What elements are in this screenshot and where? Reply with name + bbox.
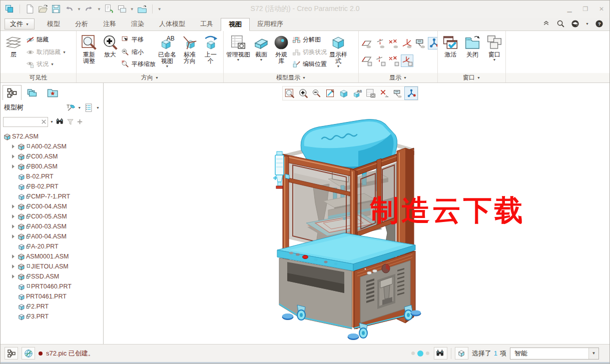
redo-icon[interactable] (84, 4, 94, 14)
tree-item[interactable]: SSD.ASM (3, 272, 103, 282)
csys-display-button[interactable] (401, 37, 413, 50)
csys-tag-button[interactable] (401, 54, 413, 67)
tab-分析[interactable]: 分析 (68, 18, 96, 30)
window-stack-icon[interactable] (117, 4, 127, 14)
tab-应用程序[interactable]: 应用程序 (250, 18, 291, 30)
tree-tools-icon[interactable] (65, 103, 75, 112)
tree-root-item[interactable]: S72.ASM (3, 132, 103, 142)
minimize-button[interactable]: ▁ (565, 6, 573, 12)
new-file-icon[interactable] (25, 4, 35, 14)
graphics-display-style-button[interactable] (337, 86, 350, 100)
tree-item[interactable]: C00.ASM (3, 152, 103, 162)
file-menu-button[interactable]: 文件 ▼ (5, 18, 35, 30)
tab-模型[interactable]: 模型 (40, 18, 68, 30)
tree-item[interactable]: PRT0461.PRT (3, 292, 103, 302)
hide-button[interactable]: 隐藏 (26, 36, 66, 44)
open-file-icon[interactable] (38, 4, 48, 14)
named-views-button[interactable]: AB 已命名 视图 ▼ (156, 32, 179, 72)
expand-arrow-icon[interactable] (12, 264, 15, 268)
appearances-button[interactable]: 外观 库 (271, 32, 291, 72)
save-icon[interactable] (51, 4, 61, 14)
tree-item[interactable]: C00-04.ASM (3, 202, 103, 212)
folder-browser-tab[interactable] (23, 85, 42, 100)
tree-settings-icon[interactable] (84, 103, 94, 112)
zoom-out-button[interactable]: 缩小 (121, 48, 156, 56)
group-label-model-display[interactable]: 模型显示▼ (224, 73, 359, 82)
spin-center-button[interactable] (428, 37, 438, 50)
favorites-tab[interactable] (43, 85, 62, 100)
find-icon[interactable] (56, 118, 65, 126)
tree-item[interactable]: A00-04.ASM (3, 232, 103, 242)
tree-item[interactable]: 3.PRT (3, 312, 103, 322)
graphics-area[interactable]: AB (104, 83, 609, 344)
windows-button[interactable]: 窗口 ▼ (483, 32, 505, 72)
collapse-ribbon-icon[interactable] (542, 20, 550, 28)
search-icon[interactable] (556, 20, 565, 28)
layers-button[interactable]: 层 (2, 32, 25, 72)
graphics-datum-display-button[interactable] (377, 86, 391, 100)
tree-item[interactable]: ASM0001.ASM (3, 252, 103, 262)
standard-orientation-button[interactable]: 标准 方向 (179, 32, 201, 72)
graphics-view-manager-button[interactable] (364, 86, 377, 100)
tree-item[interactable]: B-02.PRT (3, 172, 103, 182)
undo-icon[interactable] (64, 4, 74, 14)
expand-arrow-icon[interactable] (12, 214, 15, 218)
pan-button[interactable]: 平移 (121, 36, 156, 44)
graphics-named-views-button[interactable]: AB (350, 86, 364, 100)
browser-toggle-button[interactable] (22, 347, 35, 360)
expand-arrow-icon[interactable] (12, 274, 15, 278)
tab-人体模型[interactable]: 人体模型 (152, 18, 193, 30)
clear-search-icon[interactable] (40, 118, 48, 126)
expand-arrow-icon[interactable] (12, 254, 15, 258)
section-button[interactable]: 截面 ▼ (251, 32, 271, 72)
tree-item[interactable]: A-20.PRT (3, 242, 103, 252)
graphics-zoom-in-button[interactable] (296, 86, 310, 100)
expand-arrow-icon[interactable] (12, 204, 15, 208)
expand-arrow-icon[interactable] (12, 164, 15, 168)
tree-item[interactable]: JIETOU.ASM (3, 262, 103, 272)
toggle-navigator-button[interactable] (5, 347, 18, 360)
model-tree-tab[interactable] (3, 85, 22, 100)
expand-arrow-icon[interactable] (12, 154, 15, 158)
graphics-zoom-out-button[interactable] (310, 86, 323, 100)
axis-display-button[interactable] (374, 37, 386, 50)
tab-渲染[interactable]: 渲染 (124, 18, 152, 30)
group-label-orientation[interactable]: 方向▼ (77, 73, 224, 82)
filter-icon[interactable] (67, 118, 74, 126)
tree-item[interactable]: B00.ASM (3, 162, 103, 172)
explode-button[interactable]: 分解图 (292, 36, 327, 44)
edit-position-button[interactable]: 编辑位置 (292, 60, 327, 68)
close-file-icon[interactable] (137, 4, 147, 14)
graphics-repaint-button[interactable] (323, 86, 337, 100)
restore-button[interactable]: ❐ (581, 6, 589, 12)
display-style-button[interactable]: 显示样 式 ▼ (327, 32, 350, 72)
toggle-status-button[interactable]: 切换状况 (292, 48, 327, 56)
tree-item[interactable]: C00-05.ASM (3, 212, 103, 222)
close-button[interactable]: ✕ (597, 6, 605, 12)
tab-视图[interactable]: 视图 (221, 18, 250, 31)
customize-qat-icon[interactable]: ▼ (158, 7, 162, 12)
select-items-button[interactable] (455, 347, 468, 360)
point-tag-button[interactable] (387, 54, 400, 67)
refit-button[interactable]: 重新 调整 (78, 32, 100, 72)
selection-filter-dropdown[interactable]: 智能 ▼ (510, 348, 599, 360)
close-window-button[interactable]: 关闭 (461, 32, 483, 72)
tree-item[interactable]: B-02.PRT (3, 182, 103, 192)
tab-注释[interactable]: 注释 (96, 18, 124, 30)
unhide-button[interactable]: 取消隐藏 ▼ (26, 48, 66, 56)
tree-item[interactable]: A00-02.ASM (3, 142, 103, 152)
help-icon[interactable]: ? (595, 20, 603, 28)
tree-item[interactable]: 2.PRT (3, 302, 103, 312)
annotation-display-button[interactable] (414, 37, 427, 50)
group-label-show[interactable]: 显示▼ (359, 73, 438, 82)
tree-item[interactable]: A00-03.ASM (3, 222, 103, 232)
axis-tag-button[interactable] (374, 54, 386, 67)
tree-search-input[interactable] (4, 118, 40, 126)
plane-tag-button[interactable] (360, 54, 373, 67)
tree-item[interactable]: CMP-7-1.PRT (3, 192, 103, 202)
graphics-refit-button[interactable] (283, 86, 296, 100)
activate-button[interactable]: 激活 (439, 32, 461, 72)
group-label-window[interactable]: 窗口▼ (438, 73, 506, 82)
regenerate-icon[interactable] (104, 4, 114, 14)
zoom-in-button[interactable]: 放大 (100, 32, 120, 72)
